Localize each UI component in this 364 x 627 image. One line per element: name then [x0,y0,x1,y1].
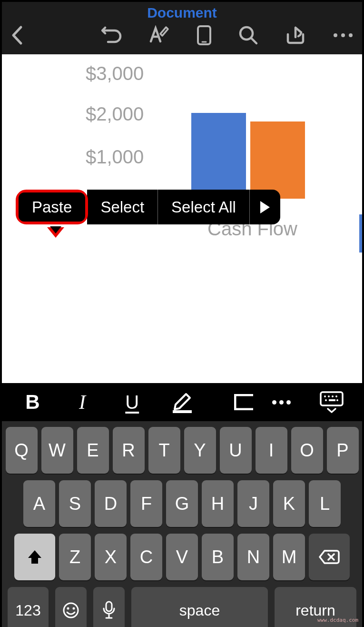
key-o[interactable]: O [291,427,323,474]
key-p[interactable]: P [327,427,359,474]
dots-icon [272,400,291,405]
share-icon[interactable] [285,26,306,45]
key-n[interactable]: N [237,534,269,580]
svg-rect-22 [106,602,112,611]
key-z[interactable]: Z [59,534,91,580]
format-bar: B I U [2,383,362,421]
app-header: Document [2,2,362,54]
box-button[interactable] [210,388,253,416]
key-t[interactable]: T [148,427,180,474]
chart-bar-series-2[interactable] [250,121,305,199]
key-g[interactable]: G [166,480,198,527]
highlight-button[interactable] [160,388,203,416]
underline-label: U [125,392,139,413]
y-tick-3000: $3,000 [86,63,144,84]
svg-point-12 [332,395,334,397]
key-s[interactable]: S [59,480,91,527]
context-menu-select[interactable]: Select [87,190,158,224]
key-x[interactable]: X [95,534,127,580]
keyboard-row-4: 123 space return [5,587,359,627]
key-a[interactable]: A [23,480,55,527]
bold-label: B [25,391,39,414]
search-icon[interactable] [238,25,258,45]
key-f[interactable]: F [130,480,162,527]
key-v[interactable]: V [166,534,198,580]
hide-keyboard-button[interactable] [310,388,353,416]
svg-point-19 [64,603,78,617]
key-k[interactable]: K [273,480,305,527]
svg-line-3 [251,38,256,43]
svg-point-6 [349,33,353,37]
key-space[interactable]: space [131,587,268,627]
svg-rect-9 [321,392,343,405]
svg-point-4 [334,33,337,37]
document-canvas[interactable]: $3,000 $2,000 $1,000 Cash Flow Paste Sel… [2,54,362,383]
svg-point-21 [73,607,75,610]
backspace-icon [319,549,340,565]
back-icon[interactable] [10,25,23,45]
keyboard-hide-icon [319,391,344,414]
svg-rect-7 [173,410,192,413]
key-r[interactable]: R [113,427,145,474]
arrow-right-icon [260,201,270,213]
paste-highlight: Paste [16,190,88,224]
shift-icon [26,548,43,566]
key-e[interactable]: E [77,427,109,474]
italic-button[interactable]: I [61,388,104,416]
on-screen-keyboard: Q W E R T Y U I O P A S D F G H J K L Z … [2,421,362,627]
emoji-icon [62,602,79,619]
svg-point-15 [336,399,338,401]
microphone-icon [102,601,116,620]
key-m[interactable]: M [273,534,305,580]
callout-arrow-icon [47,227,64,238]
keyboard-row-3: Z X C V B N M [5,534,359,580]
key-y[interactable]: Y [184,427,216,474]
key-emoji[interactable] [55,587,87,627]
undo-icon[interactable] [101,26,122,45]
svg-point-5 [341,33,345,37]
key-b[interactable]: B [202,534,234,580]
key-numbers[interactable]: 123 [8,587,49,627]
document-title: Document [147,5,217,20]
chart-bar-series-1[interactable] [191,113,246,199]
key-j[interactable]: J [237,480,269,527]
bold-button[interactable]: B [11,388,54,416]
mobile-view-icon[interactable] [197,25,212,46]
context-menu: Paste Select Select All [16,190,280,224]
key-c[interactable]: C [130,534,162,580]
y-tick-2000: $2,000 [86,103,144,125]
text-format-icon[interactable] [149,25,170,45]
toolbar [2,22,362,54]
key-q[interactable]: Q [6,427,38,474]
y-tick-1000: $1,000 [86,146,144,168]
watermark: www.dcdaq.com [317,617,358,623]
key-l[interactable]: L [309,480,341,527]
svg-point-20 [67,607,69,610]
context-menu-paste[interactable]: Paste [19,192,85,222]
italic-label: I [79,391,86,414]
more-icon[interactable] [333,32,354,38]
more-format-button[interactable] [260,388,303,416]
box-icon [234,394,253,410]
context-menu-select-all[interactable]: Select All [158,190,250,224]
keyboard-row-1: Q W E R T Y U I O P [5,427,359,474]
svg-point-13 [335,395,337,397]
key-backspace[interactable] [309,534,350,580]
context-menu-more[interactable] [250,190,280,224]
key-w[interactable]: W [41,427,73,474]
highlight-icon [170,391,194,413]
svg-rect-16 [329,399,335,401]
svg-point-14 [325,399,327,401]
key-dictation[interactable] [93,587,125,627]
svg-point-10 [324,395,326,397]
underline-button[interactable]: U [111,388,154,416]
key-h[interactable]: H [202,480,234,527]
title-bar: Document [2,2,362,22]
chart-edge-fragment [359,214,362,253]
key-i[interactable]: I [256,427,287,474]
key-shift[interactable] [14,534,55,580]
svg-rect-8 [235,395,253,409]
key-u[interactable]: U [220,427,252,474]
key-d[interactable]: D [95,480,127,527]
svg-point-11 [328,395,330,397]
